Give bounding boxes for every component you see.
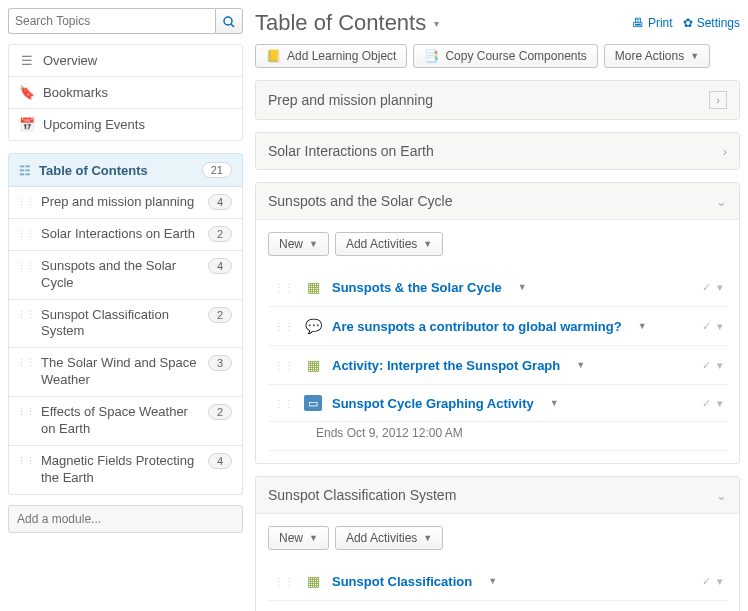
toc-item-count: 4 (208, 453, 232, 469)
add-activities-button[interactable]: Add Activities▼ (335, 526, 443, 550)
chevron-down-icon[interactable]: ▾ (717, 320, 723, 333)
toc-item-label: Sunspots and the Solar Cycle (41, 258, 202, 292)
drag-handle-icon[interactable]: ⋮⋮ (17, 258, 35, 274)
chevron-down-icon[interactable]: ▼ (638, 321, 647, 331)
quiz-icon: ▦ (304, 572, 322, 590)
chevron-down-icon[interactable]: ▾ (717, 397, 723, 410)
toc-item[interactable]: ⋮⋮Effects of Space Weather on Earth2 (9, 397, 242, 446)
toc-item-count: 4 (208, 258, 232, 274)
dropbox-icon: ▭ (304, 395, 322, 411)
content-item-link[interactable]: Activity: Interpret the Sunspot Graph (332, 358, 560, 373)
chevron-down-icon[interactable]: ▼ (488, 576, 497, 586)
chevron-right-icon[interactable]: › (723, 144, 727, 159)
page-title-group[interactable]: Table of Contents ▾ (255, 10, 439, 36)
checkmark-icon[interactable]: ✓ (702, 281, 711, 294)
chevron-down-icon: ▼ (423, 533, 432, 543)
content-item: ⋮⋮▦Activity: Interpret the Sunspot Graph… (268, 346, 727, 385)
discussion-icon: 💬 (304, 317, 322, 335)
nav-bookmarks-label: Bookmarks (43, 85, 108, 100)
settings-link[interactable]: ✿ Settings (683, 16, 740, 30)
print-link[interactable]: 🖶 Print (632, 16, 673, 30)
content-item: ⋮⋮💬Are sunspots a contributor to global … (268, 307, 727, 346)
checkmark-icon[interactable]: ✓ (702, 359, 711, 372)
more-actions-button[interactable]: More Actions ▼ (604, 44, 710, 68)
module-title: Sunspots and the Solar Cycle (268, 193, 452, 209)
toc-heading[interactable]: ☷ Table of Contents 21 (8, 153, 243, 187)
page-icon: ▦ (304, 356, 322, 374)
toc-item-label: Magnetic Fields Protecting the Earth (41, 453, 202, 487)
add-module-input[interactable] (8, 505, 243, 533)
chevron-down-icon[interactable]: ▾ (717, 575, 723, 588)
toc-icon: ☷ (19, 163, 31, 178)
settings-label: Settings (697, 16, 740, 30)
chevron-down-icon: ▼ (423, 239, 432, 249)
chevron-down-icon[interactable]: ▼ (576, 360, 585, 370)
chevron-down-icon[interactable]: ▾ (717, 281, 723, 294)
toc-total-badge: 21 (202, 162, 232, 178)
chevron-down-icon[interactable]: ▼ (518, 282, 527, 292)
chevron-down-icon: ▾ (434, 18, 439, 29)
copy-course-components-button[interactable]: 📑 Copy Course Components (413, 44, 597, 68)
drag-handle-icon[interactable]: ⋮⋮ (274, 398, 294, 409)
chevron-down-icon: ▼ (309, 533, 318, 543)
toc-item-label: Prep and mission planning (41, 194, 202, 211)
module-header[interactable]: Sunspot Classification System⌄ (256, 477, 739, 514)
chevron-down-icon[interactable]: ▼ (550, 398, 559, 408)
toc-item[interactable]: ⋮⋮Solar Interactions on Earth2 (9, 219, 242, 251)
drag-handle-icon[interactable]: ⋮⋮ (17, 307, 35, 323)
content-item-link[interactable]: Sunspot Classification (332, 574, 472, 589)
toc-item-count: 2 (208, 226, 232, 242)
toc-item[interactable]: ⋮⋮Prep and mission planning4 (9, 187, 242, 219)
drag-handle-icon[interactable]: ⋮⋮ (17, 453, 35, 469)
module-panel: Sunspots and the Solar Cycle⌄New▼Add Act… (255, 182, 740, 464)
nav-overview[interactable]: ☰ Overview (9, 45, 242, 77)
module-title: Sunspot Classification System (268, 487, 456, 503)
content-item-link[interactable]: Are sunspots a contributor to global war… (332, 319, 622, 334)
drag-handle-icon[interactable]: ⋮⋮ (17, 355, 35, 371)
chevron-down-icon[interactable]: ⌄ (716, 194, 727, 209)
module-body: New▼Add Activities▼⋮⋮▦Sunspots & the Sol… (256, 220, 739, 463)
toc-item-count: 3 (208, 355, 232, 371)
drag-handle-icon[interactable]: ⋮⋮ (274, 576, 294, 587)
due-date: Ends Oct 9, 2012 12:00 AM (268, 422, 727, 451)
checkmark-icon[interactable]: ✓ (702, 575, 711, 588)
drag-handle-icon[interactable]: ⋮⋮ (274, 321, 294, 332)
drag-handle-icon[interactable]: ⋮⋮ (17, 194, 35, 210)
chevron-down-icon[interactable]: ▾ (717, 359, 723, 372)
chevron-down-icon[interactable]: ⌄ (716, 488, 727, 503)
calendar-icon: 📅 (19, 117, 35, 132)
nav-upcoming[interactable]: 📅 Upcoming Events (9, 109, 242, 140)
new-button[interactable]: New▼ (268, 526, 329, 550)
toc-item[interactable]: ⋮⋮Magnetic Fields Protecting the Earth4 (9, 446, 242, 494)
module-body: New▼Add Activities▼⋮⋮▦Sunspot Classifica… (256, 514, 739, 611)
module-header[interactable]: Solar Interactions on Earth› (256, 133, 739, 169)
search-button[interactable] (215, 8, 243, 34)
checkmark-icon[interactable]: ✓ (702, 397, 711, 410)
chevron-down-icon: ▼ (309, 239, 318, 249)
content-item: ⋮⋮▭Sunspot Cycle Graphing Activity▼✓▾ (268, 385, 727, 422)
drag-handle-icon[interactable]: ⋮⋮ (17, 226, 35, 242)
toc-item[interactable]: ⋮⋮Sunspots and the Solar Cycle4 (9, 251, 242, 300)
drag-handle-icon[interactable]: ⋮⋮ (274, 282, 294, 293)
toc-item-label: Sunspot Classification System (41, 307, 202, 341)
new-button[interactable]: New▼ (268, 232, 329, 256)
toc-item[interactable]: ⋮⋮The Solar Wind and Space Weather3 (9, 348, 242, 397)
nav-upcoming-label: Upcoming Events (43, 117, 145, 132)
content-item-link[interactable]: Sunspot Cycle Graphing Activity (332, 396, 534, 411)
toc-item-label: Effects of Space Weather on Earth (41, 404, 202, 438)
add-activities-button[interactable]: Add Activities▼ (335, 232, 443, 256)
content-item-link[interactable]: Sunspots & the Solar Cycle (332, 280, 502, 295)
checkmark-icon[interactable]: ✓ (702, 320, 711, 333)
add-learning-object-button[interactable]: 📒 Add Learning Object (255, 44, 407, 68)
toc-item-count: 2 (208, 404, 232, 420)
drag-handle-icon[interactable]: ⋮⋮ (17, 404, 35, 420)
content-item: ⋮⋮▦Sunspots & the Solar Cycle▼✓▾ (268, 268, 727, 307)
search-input[interactable] (8, 8, 215, 34)
module-header[interactable]: Prep and mission planning› (256, 81, 739, 119)
drag-handle-icon[interactable]: ⋮⋮ (274, 360, 294, 371)
nav-bookmarks[interactable]: 🔖 Bookmarks (9, 77, 242, 109)
toc-item[interactable]: ⋮⋮Sunspot Classification System2 (9, 300, 242, 349)
chevron-right-icon[interactable]: › (709, 91, 727, 109)
module-header[interactable]: Sunspots and the Solar Cycle⌄ (256, 183, 739, 220)
module-panel: Prep and mission planning› (255, 80, 740, 120)
